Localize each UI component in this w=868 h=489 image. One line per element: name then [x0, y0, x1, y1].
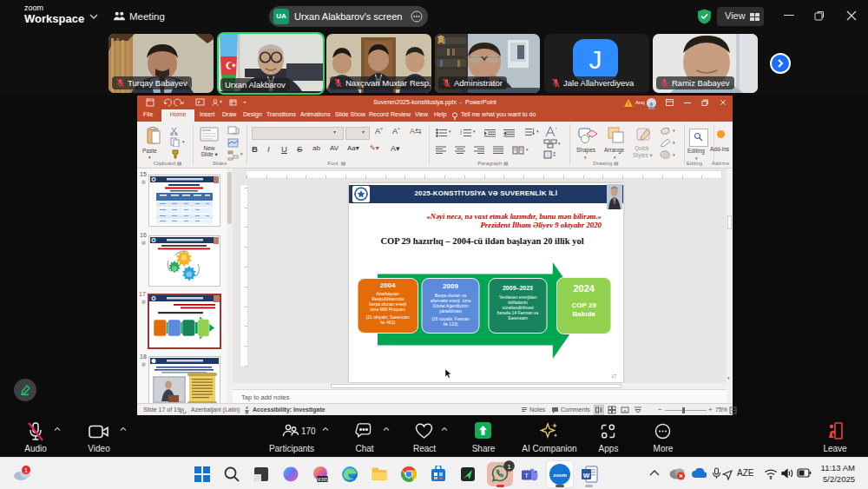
- svg-text:W: W: [583, 472, 590, 479]
- svg-text:2004: 2004: [380, 281, 396, 289]
- svg-text:T: T: [524, 472, 529, 479]
- svg-text:№ 123): № 123): [444, 321, 458, 327]
- svg-text:2009–2023: 2009–2023: [503, 285, 533, 291]
- svg-text:zoom: zoom: [553, 472, 567, 478]
- svg-text:COP 29: COP 29: [572, 301, 597, 309]
- svg-text:Sərəncam: Sərəncam: [508, 315, 528, 320]
- svg-text:2024: 2024: [573, 283, 595, 294]
- svg-text:yaradılması: yaradılması: [439, 308, 462, 314]
- svg-text:№ 462): № 462): [380, 320, 395, 325]
- svg-text:M365: M365: [317, 477, 328, 482]
- svg-text:!: !: [628, 101, 629, 107]
- svg-text:2009: 2009: [443, 282, 458, 290]
- svg-text:1: 1: [507, 463, 511, 471]
- svg-text:17: 17: [611, 373, 616, 379]
- svg-text:Bakıda: Bakıda: [573, 310, 596, 318]
- svg-text:2: 2: [460, 131, 463, 135]
- svg-text:üzrə Milli Proqram: üzrə Milli Proqram: [371, 307, 405, 312]
- svg-text:1: 1: [24, 466, 29, 474]
